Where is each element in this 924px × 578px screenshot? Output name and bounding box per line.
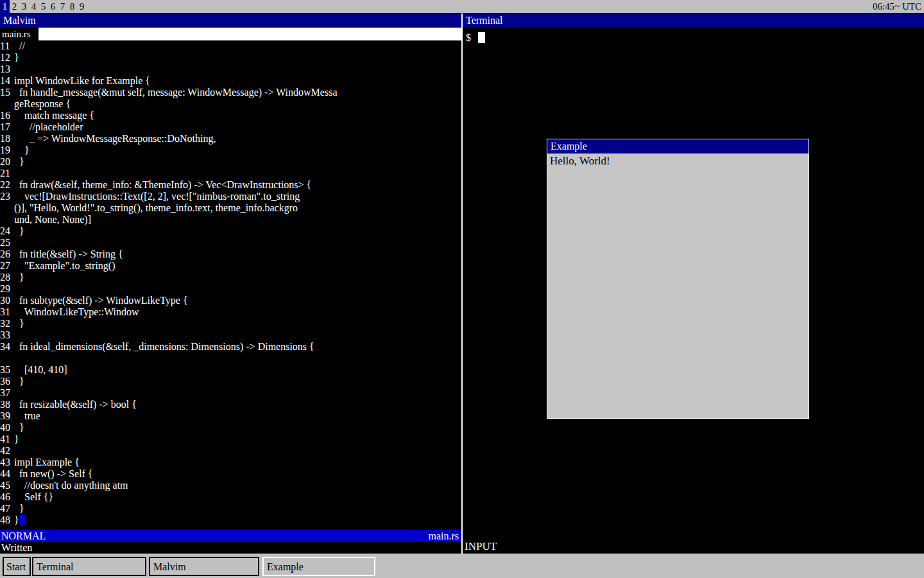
taskbar-button-malvim[interactable]: Malvim <box>149 557 259 576</box>
line-number: 41 <box>0 434 14 445</box>
malvim-tabbar: main.rs <box>0 28 461 40</box>
line-number: 16 <box>0 110 14 121</box>
line-text: } <box>14 318 24 329</box>
tab-main-rs[interactable]: main.rs <box>0 28 38 40</box>
editor-line: 47 } <box>0 503 461 514</box>
line-text: "Example".to_string() <box>14 260 115 272</box>
line-number: 35 <box>0 364 14 376</box>
editor-message: Written <box>0 542 461 554</box>
workspace-bar: 123456789 06:45~ UTC <box>0 0 924 13</box>
line-number: 31 <box>0 306 14 318</box>
editor-line: 22 fn draw(&self, theme_info: &ThemeInfo… <box>0 179 461 191</box>
line-number: 40 <box>0 422 14 434</box>
line-text: geResponse { <box>14 98 71 110</box>
line-text: fn new() -> Self { <box>14 468 92 480</box>
line-text: } <box>14 156 24 168</box>
taskbar-button-example[interactable]: Example <box>262 557 375 576</box>
line-number: 43 <box>0 457 14 468</box>
example-title: Example <box>551 141 587 152</box>
editor-line: 40 } <box>0 422 461 434</box>
line-number: 48 <box>0 514 14 526</box>
line-number: 46 <box>0 491 14 503</box>
workspace-5[interactable]: 5 <box>38 0 48 13</box>
editor-line: 36 } <box>0 376 461 387</box>
editor-line: 27 "Example".to_string() <box>0 260 461 272</box>
line-number: 36 <box>0 376 14 387</box>
editor-line: 30 fn subtype(&self) -> WindowLikeType { <box>0 295 461 306</box>
line-number: 47 <box>0 503 14 514</box>
workspace-4[interactable]: 4 <box>29 0 38 13</box>
line-number: 27 <box>0 260 14 272</box>
workspace-7[interactable]: 7 <box>58 0 67 13</box>
editor-line <box>0 353 461 364</box>
line-number: 38 <box>0 399 14 410</box>
editor-line: 41} <box>0 434 461 445</box>
line-number: 21 <box>0 168 14 179</box>
line-number: 12 <box>0 52 14 64</box>
line-number: 14 <box>0 75 14 87</box>
line-text: vec![DrawInstructions::Text([2, 2], vec!… <box>14 191 300 202</box>
taskbar-button-terminal[interactable]: Terminal <box>32 557 146 576</box>
terminal-prompt: $ <box>466 32 471 43</box>
line-text: fn subtype(&self) -> WindowLikeType { <box>14 295 188 306</box>
line-number: 15 <box>0 87 14 98</box>
editor-line: 31 WindowLikeType::Window <box>0 306 461 318</box>
editor-line: 24 } <box>0 225 461 237</box>
editor-line: 16 match message { <box>0 110 461 121</box>
line-text: } <box>14 52 19 64</box>
editor-line: 43impl Example { <box>0 457 461 468</box>
line-text: fn handle_message(&mut self, message: Wi… <box>14 87 337 98</box>
editor-code-area[interactable]: 11 //12}1314impl WindowLike for Example … <box>0 40 461 530</box>
editor-line: 17 //placeholder <box>0 121 461 133</box>
line-number: 13 <box>0 64 14 75</box>
workspace-2[interactable]: 2 <box>10 0 19 13</box>
editor-line: 23 vec![DrawInstructions::Text([2, 2], v… <box>0 191 461 202</box>
workspace-list: 123456789 <box>0 0 87 13</box>
line-number: 11 <box>0 40 14 52</box>
example-body-text: Hello, World! <box>547 153 809 169</box>
editor-cursor <box>20 514 26 525</box>
editor-line: 14impl WindowLike for Example { <box>0 75 461 87</box>
line-text: } <box>14 422 24 434</box>
editor-line: 42 <box>0 445 461 457</box>
editor-line: 26 fn title(&self) -> String { <box>0 249 461 260</box>
workspace-3[interactable]: 3 <box>19 0 29 13</box>
line-text: WindowLikeType::Window <box>14 306 139 318</box>
editor-line: 15 fn handle_message(&mut self, message:… <box>0 87 461 98</box>
malvim-title: Malvim <box>3 15 36 26</box>
editor-line: 11 // <box>0 40 461 52</box>
editor-line: 21 <box>0 168 461 179</box>
editor-line: 34 fn ideal_dimensions(&self, _dimension… <box>0 341 461 353</box>
editor-line: 32 } <box>0 318 461 329</box>
line-number: 25 <box>0 237 14 249</box>
line-number: 20 <box>0 156 14 168</box>
line-number: 17 <box>0 121 14 133</box>
line-text: } <box>14 272 24 283</box>
line-text: impl WindowLike for Example { <box>14 75 150 87</box>
malvim-titlebar[interactable]: Malvim <box>0 13 461 28</box>
workspace-8[interactable]: 8 <box>67 0 77 13</box>
line-number: 18 <box>0 133 14 144</box>
editor-mode: NORMAL <box>1 530 46 542</box>
editor-line: 35 [410, 410] <box>0 364 461 376</box>
line-text: } <box>14 225 24 237</box>
terminal-titlebar[interactable]: Terminal <box>463 13 924 28</box>
line-text: ()], "Hello, World!".to_string(), theme_… <box>14 202 298 214</box>
workspace-9[interactable]: 9 <box>77 0 87 13</box>
editor-line: 37 <box>0 387 461 399</box>
start-button[interactable]: Start <box>3 557 31 576</box>
line-text: und, None, None)] <box>14 214 91 225</box>
editor-line: 28 } <box>0 272 461 283</box>
workspace-1[interactable]: 1 <box>0 0 10 13</box>
terminal-cursor <box>478 32 485 43</box>
terminal-content[interactable]: $ <box>463 28 924 44</box>
line-number <box>0 353 14 364</box>
line-text: match message { <box>14 110 94 121</box>
workspace-6[interactable]: 6 <box>48 0 58 13</box>
editor-line: geResponse { <box>0 98 461 110</box>
line-text: fn draw(&self, theme_info: &ThemeInfo) -… <box>14 179 311 191</box>
line-number: 23 <box>0 191 14 202</box>
line-text: } <box>14 434 19 445</box>
editor-line: 13 <box>0 64 461 75</box>
example-titlebar[interactable]: Example <box>547 139 809 153</box>
